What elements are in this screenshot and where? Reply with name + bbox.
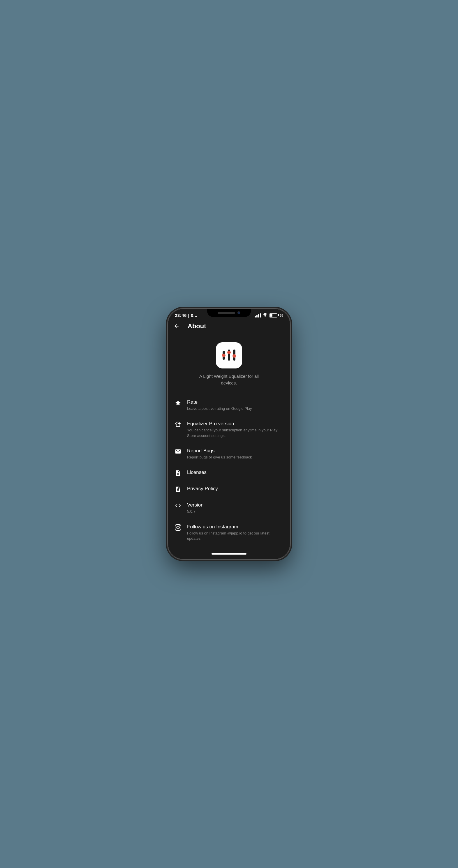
home-indicator [168, 550, 290, 559]
envelope-icon [174, 448, 182, 455]
menu-list: Rate Leave a positive rating on Google P… [168, 392, 290, 550]
app-icon-section: A Light Weight Equalizer for all devices… [168, 334, 290, 392]
menu-item-instagram[interactable]: Follow us on Instagram Follow us on Inst… [168, 519, 290, 546]
home-bar [212, 553, 246, 555]
app-icon [216, 342, 242, 369]
menu-text-instagram: Follow us on Instagram Follow us on Inst… [187, 524, 284, 541]
signal-bar-3 [258, 314, 259, 317]
signal-bar-2 [256, 315, 257, 317]
menu-text-rate: Rate Leave a positive rating on Google P… [187, 399, 284, 411]
notch [207, 309, 251, 317]
instagram-icon [174, 524, 182, 531]
menu-subtitle-pro: You can cancel your subscription anytime… [187, 428, 284, 438]
menu-title-privacy: Privacy Policy [187, 486, 284, 492]
svg-point-0 [265, 316, 266, 317]
menu-subtitle-rate: Leave a positive rating on Google Play. [187, 406, 284, 411]
menu-title-licenses: Licenses [187, 469, 284, 476]
app-tagline: A Light Weight Equalizer for all devices… [192, 373, 266, 386]
document2-icon [174, 486, 182, 493]
status-bar: 23:46 | 0... [168, 309, 290, 320]
back-button[interactable] [174, 323, 183, 329]
menu-item-pro[interactable]: Equalizer Pro version You can cancel you… [168, 416, 290, 443]
battery-icon: 38 [269, 313, 283, 317]
menu-item-licenses[interactable]: Licenses [168, 465, 290, 481]
status-icons: 38 [255, 313, 283, 318]
code-icon [174, 502, 182, 509]
speaker [218, 312, 235, 314]
battery-text: 38 [280, 314, 283, 317]
status-time: 23:46 | 0... [175, 313, 197, 318]
page-title: About [188, 322, 206, 330]
menu-subtitle-instagram: Follow us on Instagram @japp.io to get o… [187, 531, 284, 541]
menu-item-privacy[interactable]: Privacy Policy [168, 481, 290, 497]
menu-item-telegram[interactable]: Join our Telegram Community Join our Tel… [168, 546, 290, 550]
phone-frame: 23:46 | 0... [168, 309, 290, 559]
menu-title-pro: Equalizer Pro version [187, 421, 284, 427]
svg-point-2 [222, 353, 225, 357]
top-bar: About [168, 320, 290, 334]
signal-bar-1 [255, 316, 256, 317]
wifi-icon [263, 313, 268, 318]
menu-subtitle-bugs: Report bugs or give us some feedback [187, 455, 284, 460]
star-icon [174, 400, 182, 406]
menu-subtitle-version: 5.0.7 [187, 509, 284, 514]
camera [238, 311, 240, 314]
menu-title-version: Version [187, 502, 284, 508]
menu-item-bugs[interactable]: Report Bugs Report bugs or give us some … [168, 443, 290, 465]
signal-bars [255, 313, 261, 317]
menu-text-version: Version 5.0.7 [187, 502, 284, 514]
screen: 23:46 | 0... [168, 309, 290, 559]
svg-point-4 [227, 351, 231, 354]
menu-item-version: Version 5.0.7 [168, 497, 290, 519]
menu-title-bugs: Report Bugs [187, 448, 284, 454]
menu-text-privacy: Privacy Policy [187, 486, 284, 493]
menu-text-pro: Equalizer Pro version You can cancel you… [187, 421, 284, 438]
signal-bar-4 [260, 313, 261, 317]
content-area[interactable]: A Light Weight Equalizer for all devices… [168, 334, 290, 550]
svg-point-6 [233, 354, 236, 358]
menu-text-bugs: Report Bugs Report bugs or give us some … [187, 448, 284, 460]
menu-text-licenses: Licenses [187, 469, 284, 476]
gift-icon [174, 421, 182, 428]
menu-title-rate: Rate [187, 399, 284, 405]
menu-item-rate[interactable]: Rate Leave a positive rating on Google P… [168, 394, 290, 416]
document-icon [174, 470, 182, 476]
menu-title-instagram: Follow us on Instagram [187, 524, 284, 530]
